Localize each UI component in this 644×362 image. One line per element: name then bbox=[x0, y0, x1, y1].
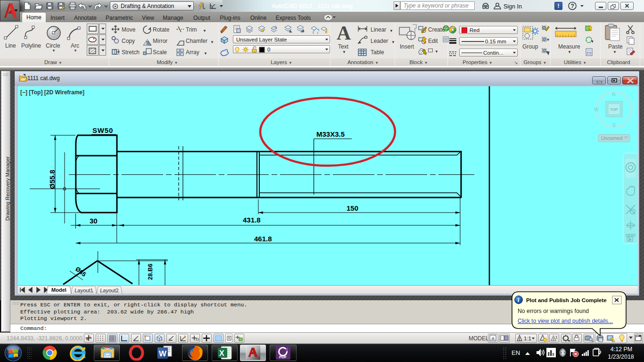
svg-text:SW50: SW50 bbox=[92, 126, 113, 134]
svg-text:M33X3.5: M33X3.5 bbox=[316, 130, 345, 138]
svg-text:W: W bbox=[159, 349, 167, 358]
svg-text:Plot and Publish Job Complete: Plot and Publish Job Complete bbox=[526, 297, 607, 304]
svg-text:S: S bbox=[612, 123, 616, 128]
svg-text:150: 150 bbox=[347, 204, 358, 212]
svg-text:X: X bbox=[219, 349, 224, 357]
svg-text:TOP: TOP bbox=[610, 107, 618, 112]
svg-text:Click to view plot and publish: Click to view plot and publish details..… bbox=[518, 318, 613, 324]
svg-text:?: ? bbox=[571, 3, 574, 9]
svg-text:!: ! bbox=[612, 339, 613, 342]
svg-text:i: i bbox=[518, 296, 520, 304]
svg-text:431.8: 431.8 bbox=[243, 216, 261, 224]
svg-text:Unnamed: Unnamed bbox=[601, 135, 623, 141]
svg-text:30: 30 bbox=[90, 217, 98, 225]
svg-text:W: W bbox=[594, 107, 599, 112]
svg-text:N: N bbox=[612, 92, 615, 97]
svg-text:28.B6: 28.B6 bbox=[147, 263, 154, 280]
svg-text:Sign In: Sign In bbox=[504, 3, 522, 10]
svg-text:No errors or warnings found: No errors or warnings found bbox=[518, 308, 589, 314]
svg-text:461.8: 461.8 bbox=[254, 235, 272, 243]
svg-text:Ø55.8: Ø55.8 bbox=[48, 170, 56, 189]
svg-text:PDF: PDF bbox=[279, 355, 287, 359]
